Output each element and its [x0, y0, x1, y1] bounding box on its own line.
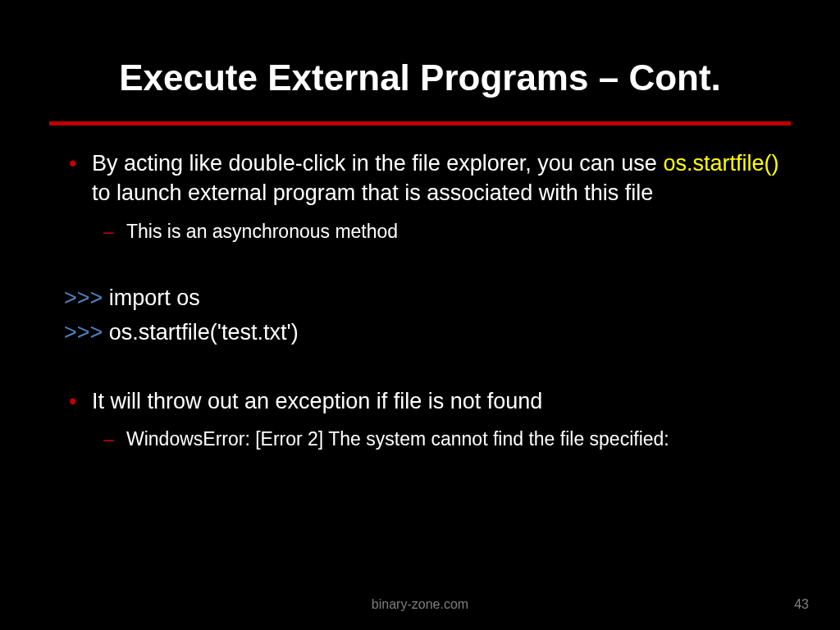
- bullet-text-post: to launch external program that is assoc…: [92, 180, 653, 205]
- repl-prompt: >>>: [64, 285, 103, 310]
- code-line: >>> import os: [64, 281, 788, 316]
- code-text: os.startfile('test.txt'): [103, 320, 298, 345]
- repl-prompt: >>>: [64, 320, 103, 345]
- bullet-item: By acting like double-click in the file …: [52, 148, 788, 208]
- slide: Execute External Programs – Cont. By act…: [0, 0, 840, 630]
- code-block: >>> import os >>> os.startfile('test.txt…: [64, 281, 788, 350]
- sub-bullet-text: WindowsError: [Error 2] The system canno…: [126, 428, 669, 450]
- sub-bullet-text: This is an asynchronous method: [126, 221, 398, 242]
- code-highlight: os.startfile(): [663, 151, 778, 176]
- slide-title: Execute External Programs – Cont.: [49, 57, 791, 98]
- page-number: 43: [794, 597, 809, 612]
- bullet-text: It will throw out an exception if file i…: [92, 389, 542, 413]
- sub-bullet-item: This is an asynchronous method: [52, 218, 788, 245]
- bullet-text-pre: By acting like double-click in the file …: [92, 151, 663, 176]
- sub-bullet-item: WindowsError: [Error 2] The system canno…: [52, 426, 788, 453]
- slide-content: By acting like double-click in the file …: [49, 148, 791, 454]
- footer-site: binary-zone.com: [0, 597, 840, 612]
- divider: [49, 121, 791, 126]
- code-line: >>> os.startfile('test.txt'): [64, 316, 788, 350]
- code-text: import os: [103, 285, 200, 310]
- bullet-item: It will throw out an exception if file i…: [52, 386, 788, 416]
